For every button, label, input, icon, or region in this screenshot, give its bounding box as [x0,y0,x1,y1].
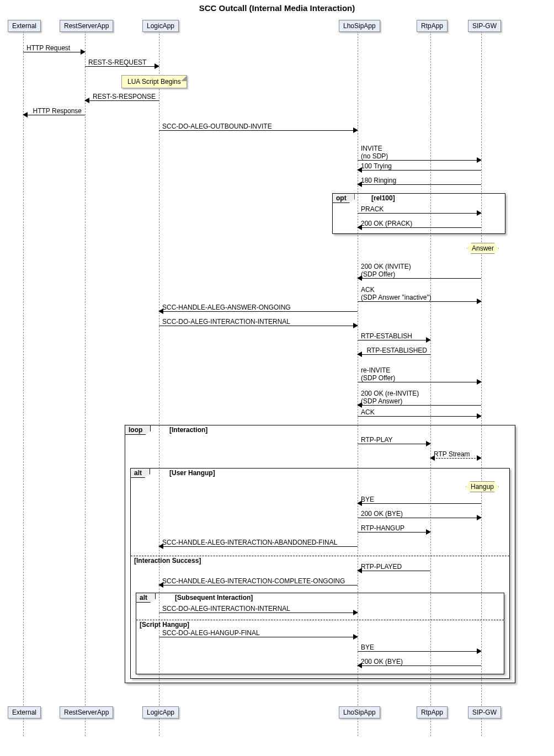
note-answer: Answer [467,243,499,254]
msg-200-bye-script: 200 OK (BYE) [358,658,481,668]
actor-sip-top: SIP-GW [468,20,501,32]
actor-rest-bot: RestServerApp [60,706,113,718]
msg-rtp-established: RTP-ESTABLISHED [358,347,430,356]
actor-rtp-bot: RtpApp [417,706,448,718]
msg-200-reinvite: 200 OK (re-INVITE) (SDP Answer) [358,390,481,406]
msg-answer-ongoing: SCC-HANDLE-ALEG-ANSWER-ONGOING [159,304,358,313]
msg-rtp-play: RTP-PLAY [358,436,430,446]
msg-hangup-final: SCC-DO-ALEG-HANGUP-FINAL [159,629,358,639]
msg-rtp-hangup: RTP-HANGUP [358,524,430,534]
diagram-title: SCC Outcall (Internal Media Interaction) [0,3,554,13]
msg-outbound-invite: SCC-DO-ALEG-OUTBOUND-INVITE [159,123,358,132]
actor-lho-top: LhoSipApp [339,20,380,32]
msg-complete-ongoing: SCC-HANDLE-ALEG-INTERACTION-COMPLETE-ONG… [159,577,358,587]
msg-rest-request: REST-S-REQUEST [85,58,159,68]
msg-rest-response: REST-S-RESPONSE [85,93,159,103]
note-lua: LUA Script Begins [121,75,187,88]
msg-http-response: HTTP Response [23,107,85,117]
msg-abandoned: SCC-HANDLE-ALEG-INTERACTION-ABANDONED-FI… [159,539,358,549]
msg-200-bye-user: 200 OK (BYE) [358,510,481,520]
msg-bye-script: BYE [358,643,481,653]
actor-rtp-top: RtpApp [417,20,448,32]
actor-rest-top: RestServerApp [60,20,113,32]
msg-invite: INVITE (no SDP) [358,145,481,161]
msg-200-prack: 200 OK (PRACK) [358,220,481,230]
msg-180-ringing: 180 Ringing [358,177,481,187]
actor-external-bot: External [8,706,41,718]
msg-200-invite: 200 OK (INVITE) (SDP Offer) [358,263,481,279]
msg-rtp-stream: RTP Stream [430,450,481,460]
msg-prack: PRACK [358,205,481,215]
sequence-diagram: SCC Outcall (Internal Media Interaction)… [0,0,554,756]
actor-external-top: External [8,20,41,32]
lifeline-external [23,20,24,736]
actor-sip-bot: SIP-GW [468,706,501,718]
msg-100-trying: 100 Trying [358,162,481,172]
lifeline-rest [85,20,86,736]
msg-rtp-played: RTP-PLAYED [358,563,430,573]
msg-ack-inactive: ACK (SDP Answer "inactive") [358,286,481,302]
msg-ack: ACK [358,408,481,418]
msg-interaction-internal: SCC-DO-ALEG-INTERACTION-INTERNAL [159,318,358,328]
actor-logic-bot: LogicApp [142,706,179,718]
msg-bye-user: BYE [358,496,481,505]
note-hangup: Hangup [466,481,499,492]
msg-subsequent-internal: SCC-DO-ALEG-INTERACTION-INTERNAL [159,605,358,615]
msg-rtp-establish: RTP-ESTABLISH [358,332,430,342]
actor-lho-bot: LhoSipApp [339,706,380,718]
actor-logic-top: LogicApp [142,20,179,32]
msg-reinvite: re-INVITE (SDP Offer) [358,366,481,383]
msg-http-request: HTTP Request [23,44,85,54]
